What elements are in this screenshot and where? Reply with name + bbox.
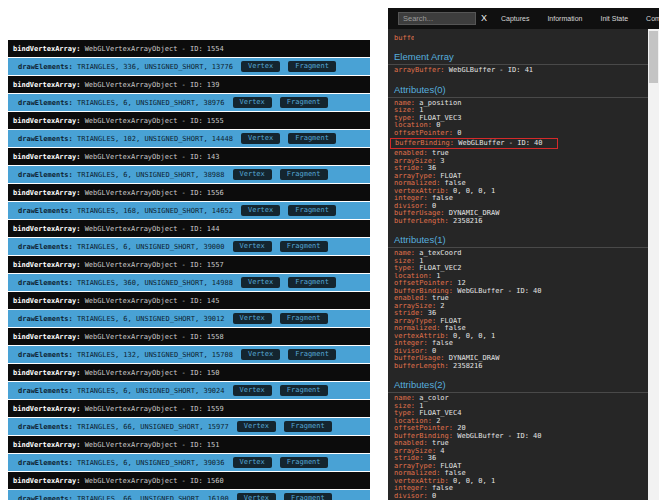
draw-elements-row[interactable]: drawElements: TRIANGLES, 6, UNSIGNED_SHO… (8, 454, 370, 471)
right-scrollbar-thumb[interactable] (649, 31, 658, 83)
top-toolbar: X CapturesInformationInit StateCommands (388, 8, 659, 29)
property-value: 0 (428, 203, 436, 210)
fragment-shader-button[interactable]: Fragment (280, 385, 328, 396)
vertex-shader-button[interactable]: Vertex (233, 457, 272, 468)
property-row: offsetPointer: 12 (388, 280, 648, 288)
fragment-shader-button[interactable]: Fragment (288, 277, 336, 288)
draw-elements-row[interactable]: drawElements: TRIANGLES, 6, UNSIGNED_SHO… (8, 94, 370, 111)
command-name: drawElements: (18, 279, 73, 287)
bind-vertex-array-row[interactable]: bindVertexArray: WebGLVertexArrayObject … (8, 40, 370, 57)
fragment-shader-button[interactable]: Fragment (288, 61, 336, 72)
draw-elements-row[interactable]: drawElements: TRIANGLES, 102, UNSIGNED_S… (8, 130, 370, 147)
property-value: 2 (436, 303, 444, 310)
property-value: 0 (428, 348, 436, 355)
property-row: arrayBuffer: WebGLBuffer - ID: 41 (388, 67, 648, 75)
bind-vertex-array-row[interactable]: bindVertexArray: WebGLVertexArrayObject … (8, 400, 370, 417)
property-name: integer: (394, 340, 428, 347)
bind-vertex-array-row[interactable]: bindVertexArray: WebGLVertexArrayObject … (8, 76, 370, 93)
fragment-shader-button[interactable]: Fragment (280, 241, 328, 252)
command-name: bindVertexArray: (13, 333, 80, 341)
property-name: bufferBinding: (394, 288, 453, 295)
right-scrollbar[interactable] (648, 29, 659, 500)
property-name: arrayType: (394, 318, 436, 325)
property-row: arrayType: FLOAT (388, 173, 648, 181)
bind-vertex-array-row[interactable]: bindVertexArray: WebGLVertexArrayObject … (8, 436, 370, 453)
command-name: bindVertexArray: (13, 45, 80, 53)
bind-vertex-array-row[interactable]: bindVertexArray: WebGLVertexArrayObject … (8, 328, 370, 345)
property-value: 4 (436, 448, 444, 455)
tab-commands[interactable]: Commands (646, 15, 659, 22)
fragment-shader-button[interactable]: Fragment (284, 421, 332, 432)
tab-init-state[interactable]: Init State (600, 15, 628, 22)
command-args: WebGLVertexArrayObject - ID: 1560 (80, 477, 223, 485)
clear-search-icon[interactable]: X (481, 14, 487, 23)
command-args: WebGLVertexArrayObject - ID: 145 (80, 297, 219, 305)
fragment-shader-button[interactable]: Fragment (280, 313, 328, 324)
fragment-shader-button[interactable]: Fragment (280, 97, 328, 108)
property-row: integer: false (388, 340, 648, 348)
vertex-shader-button[interactable]: Vertex (241, 349, 280, 360)
vertex-shader-button[interactable]: Vertex (241, 133, 280, 144)
fragment-shader-button[interactable]: Fragment (280, 457, 328, 468)
tab-information[interactable]: Information (547, 15, 582, 22)
vertex-shader-button[interactable]: Vertex (233, 241, 272, 252)
draw-elements-row[interactable]: drawElements: TRIANGLES, 6, UNSIGNED_SHO… (8, 238, 370, 255)
fragment-shader-button[interactable]: Fragment (284, 493, 332, 500)
property-name: arraySize: (394, 158, 436, 165)
bind-vertex-array-row[interactable]: bindVertexArray: WebGLVertexArrayObject … (8, 148, 370, 165)
bind-vertex-array-row[interactable]: bindVertexArray: WebGLVertexArrayObject … (8, 220, 370, 237)
property-row: bufferUsage: DYNAMIC_DRAW (388, 210, 648, 218)
draw-elements-row[interactable]: drawElements: TRIANGLES, 168, UNSIGNED_S… (8, 202, 370, 219)
property-name: bufferUsage: (394, 355, 445, 362)
draw-elements-row[interactable]: drawElements: TRIANGLES, 360, UNSIGNED_S… (8, 274, 370, 291)
draw-elements-row[interactable]: drawElements: TRIANGLES, 6, UNSIGNED_SHO… (8, 166, 370, 183)
vertex-shader-button[interactable]: Vertex (237, 421, 276, 432)
bind-vertex-array-row[interactable]: bindVertexArray: WebGLVertexArrayObject … (8, 184, 370, 201)
property-name: vertexAttrib: (394, 333, 449, 340)
property-name: vertexAttrib: (394, 188, 449, 195)
command-name: drawElements: (18, 459, 73, 467)
command-args: WebGLVertexArrayObject - ID: 1555 (80, 117, 223, 125)
draw-elements-row[interactable]: drawElements: TRIANGLES, 6, UNSIGNED_SHO… (8, 382, 370, 399)
bind-vertex-array-row[interactable]: bindVertexArray: WebGLVertexArrayObject … (8, 364, 370, 381)
property-row: arraySize: 3 (388, 158, 648, 166)
draw-elements-row[interactable]: drawElements: TRIANGLES, 336, UNSIGNED_S… (8, 58, 370, 75)
tab-captures[interactable]: Captures (501, 15, 529, 22)
property-value: true (428, 295, 449, 302)
property-row: type: FLOAT_VEC4 (388, 410, 648, 418)
vertex-shader-button[interactable]: Vertex (233, 97, 272, 108)
draw-elements-row[interactable]: drawElements: TRIANGLES, 6, UNSIGNED_SHO… (8, 310, 370, 327)
vertex-shader-button[interactable]: Vertex (241, 277, 280, 288)
clipped-property-row: bufferLength: (388, 35, 414, 42)
vertex-shader-button[interactable]: Vertex (233, 169, 272, 180)
vertex-shader-button[interactable]: Vertex (233, 313, 272, 324)
command-name: bindVertexArray: (13, 225, 80, 233)
bind-vertex-array-row[interactable]: bindVertexArray: WebGLVertexArrayObject … (8, 112, 370, 129)
search-input[interactable] (398, 12, 476, 25)
vertex-shader-button[interactable]: Vertex (241, 205, 280, 216)
draw-elements-row[interactable]: drawElements: TRIANGLES, 66, UNSIGNED_SH… (8, 418, 370, 435)
bind-vertex-array-row[interactable]: bindVertexArray: WebGLVertexArrayObject … (8, 292, 370, 309)
property-row: normalized: false (388, 325, 648, 333)
bind-vertex-array-row[interactable]: bindVertexArray: WebGLVertexArrayObject … (8, 472, 370, 489)
vertex-shader-button[interactable]: Vertex (233, 385, 272, 396)
property-row: stride: 36 (388, 310, 648, 318)
fragment-shader-button[interactable]: Fragment (288, 133, 336, 144)
bind-vertex-array-row[interactable]: bindVertexArray: WebGLVertexArrayObject … (8, 256, 370, 273)
detail-sections: Element ArrayarrayBuffer: WebGLBuffer - … (388, 42, 648, 500)
command-name: bindVertexArray: (13, 477, 80, 485)
vertex-shader-button[interactable]: Vertex (237, 493, 276, 500)
property-name: integer: (394, 195, 428, 202)
vertex-shader-button[interactable]: Vertex (241, 61, 280, 72)
property-row: integer: false (388, 195, 648, 203)
fragment-shader-button[interactable]: Fragment (280, 169, 328, 180)
fragment-shader-button[interactable]: Fragment (288, 349, 336, 360)
command-args: TRIANGLES, 336, UNSIGNED_SHORT, 13776 (73, 63, 233, 71)
property-row: type: FLOAT_VEC2 (388, 265, 648, 273)
property-value: true (428, 150, 449, 157)
property-name: size: (394, 403, 415, 410)
draw-elements-row[interactable]: drawElements: TRIANGLES, 66, UNSIGNED_SH… (8, 490, 370, 500)
property-value: true (428, 440, 449, 447)
draw-elements-row[interactable]: drawElements: TRIANGLES, 132, UNSIGNED_S… (8, 346, 370, 363)
fragment-shader-button[interactable]: Fragment (288, 205, 336, 216)
